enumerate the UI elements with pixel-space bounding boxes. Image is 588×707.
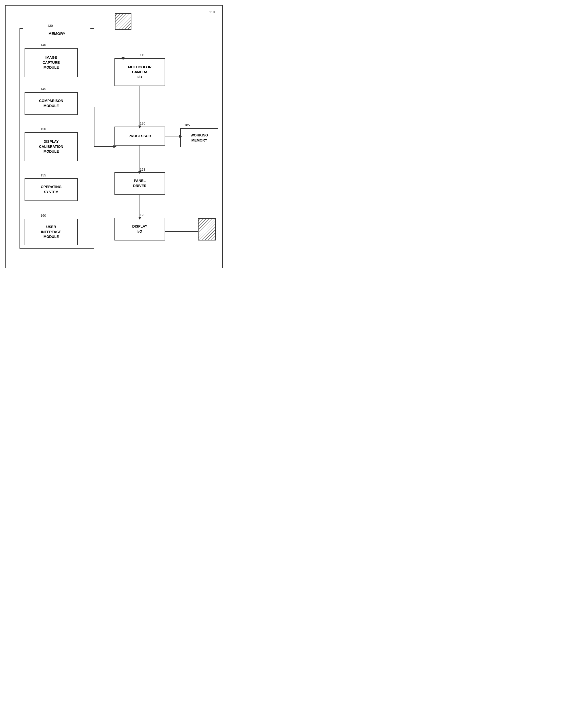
- user-interface-box: USER INTERFACE MODULE: [25, 219, 78, 245]
- ref-140: 140: [40, 43, 46, 47]
- comparison-label: COMPARISON MODULE: [39, 98, 63, 108]
- memory-title: MEMORY: [23, 28, 90, 38]
- ref-110: 110: [209, 10, 215, 14]
- display-calibration-label: DISPLAY CALIBRATION MODULE: [39, 139, 63, 154]
- working-memory-label: WORKING MEMORY: [190, 133, 208, 143]
- operating-system-box: OPERATING SYSTEM: [25, 178, 78, 201]
- ref-105: 105: [184, 123, 190, 127]
- comparison-box: COMPARISON MODULE: [25, 92, 78, 115]
- ref-115: 115: [140, 53, 145, 57]
- ref-120: 120: [140, 122, 145, 125]
- display-io-box: DISPLAY I/O: [115, 218, 165, 240]
- camera-hatch: [115, 13, 131, 30]
- panel-driver-label: PANEL DRIVER: [133, 178, 146, 188]
- ref-130-label: 130: [47, 24, 53, 28]
- processor-box: PROCESSOR: [115, 127, 165, 145]
- multicolor-camera-label: MULTICOLOR CAMERA I/O: [128, 65, 152, 80]
- image-capture-label: IMAGE CAPTURE MODULE: [42, 55, 60, 70]
- ref-123: 123: [140, 168, 145, 171]
- ref-145: 145: [40, 87, 46, 91]
- ref-160: 160: [40, 214, 46, 217]
- diagram-container: 110 130 MEMORY 140 IMAGE CAPTURE MODULE …: [5, 5, 223, 268]
- display-calibration-box: DISPLAY CALIBRATION MODULE: [25, 132, 78, 161]
- image-capture-box: IMAGE CAPTURE MODULE: [25, 48, 78, 77]
- svg-rect-2: [198, 218, 216, 240]
- ref-125: 125: [140, 213, 145, 217]
- panel-driver-box: PANEL DRIVER: [115, 172, 165, 195]
- processor-label: PROCESSOR: [128, 134, 151, 139]
- display-io-label: DISPLAY I/O: [132, 224, 147, 234]
- ref-155: 155: [40, 173, 46, 177]
- working-memory-box: WORKING MEMORY: [180, 128, 218, 147]
- operating-system-label: OPERATING SYSTEM: [41, 184, 62, 194]
- svg-rect-0: [115, 13, 131, 29]
- ref-150: 150: [40, 127, 46, 131]
- multicolor-camera-box: MULTICOLOR CAMERA I/O: [115, 58, 165, 86]
- user-interface-label: USER INTERFACE MODULE: [41, 225, 61, 239]
- display-hatch: [198, 218, 216, 240]
